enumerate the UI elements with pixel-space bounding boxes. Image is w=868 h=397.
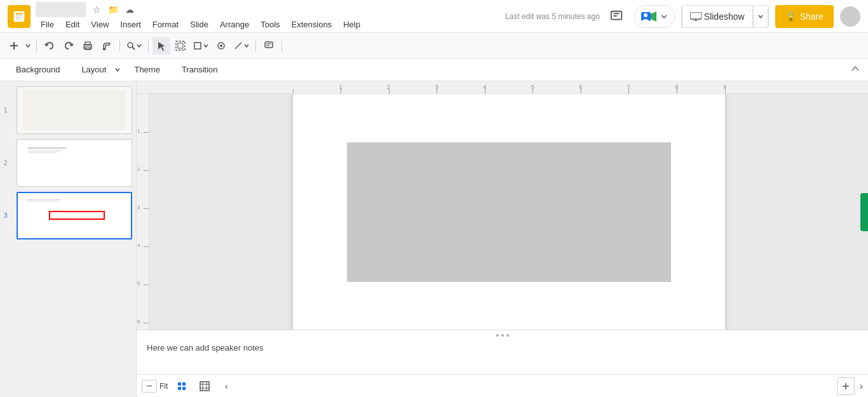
svg-rect-33 (178, 387, 181, 390)
notes-content[interactable]: Here we can add speaker notes (137, 340, 868, 355)
ruler-label: 4 (483, 84, 486, 90)
slide-thumb-1[interactable] (17, 86, 132, 134)
doc-title[interactable] (36, 2, 86, 17)
user-avatar[interactable] (840, 6, 860, 27)
folder-icon[interactable]: 📁 (107, 3, 119, 16)
svg-point-26 (220, 44, 222, 47)
slideshow-dropdown[interactable] (753, 5, 768, 28)
comments-button[interactable] (605, 5, 628, 28)
bottom-right: › (837, 377, 863, 395)
ruler-left-tick (144, 170, 149, 171)
svg-rect-24 (194, 43, 201, 49)
slide-panel: 1 2 3 (0, 81, 137, 397)
redo-button[interactable] (60, 37, 78, 55)
zoom-minus-button[interactable]: − (142, 380, 157, 393)
star-icon[interactable]: ☆ (90, 3, 103, 16)
collapse-icon[interactable] (850, 64, 860, 74)
background-button[interactable]: Background (8, 62, 68, 77)
canvas-area: 123456 (137, 94, 868, 330)
frame-tool[interactable] (172, 37, 189, 55)
svg-marker-9 (651, 11, 656, 22)
secondary-toolbar: Background Layout Theme Transition (0, 58, 868, 81)
menu-format[interactable]: Format (147, 18, 184, 30)
separator-2 (119, 39, 120, 52)
print-button[interactable] (79, 37, 97, 55)
laser-tool[interactable] (212, 37, 230, 55)
slideshow-label: Slideshow (704, 11, 745, 22)
grid-view-button-2[interactable] (196, 377, 214, 395)
menu-extensions[interactable]: Extensions (287, 18, 337, 30)
slide-thumb-3[interactable] (17, 192, 132, 239)
meet-button[interactable] (634, 5, 675, 28)
svg-rect-3 (16, 17, 21, 17)
separator-3 (148, 39, 149, 52)
lock-icon: 🔒 (785, 11, 796, 22)
add-dropdown[interactable] (24, 37, 32, 55)
doc-title-row: ☆ 📁 ☁ (36, 2, 500, 17)
separator-5 (281, 39, 282, 52)
slide-thumb-2[interactable] (17, 139, 132, 187)
svg-rect-23 (178, 43, 183, 48)
grid-view-button-1[interactable] (173, 377, 191, 395)
last-edit-label: Last edit was 5 minutes ago (505, 12, 600, 21)
transition-button[interactable]: Transition (173, 62, 226, 77)
add-button[interactable] (5, 37, 23, 55)
notes-handle-dots (496, 334, 509, 337)
ruler-left-label: 2 (137, 166, 140, 172)
menu-arrange[interactable]: Arrange (215, 18, 254, 30)
svg-rect-0 (14, 11, 25, 22)
main-area: 1 2 3 (0, 81, 868, 397)
line-dropdown[interactable] (231, 39, 252, 52)
fit-button[interactable] (837, 377, 855, 395)
slide-canvas[interactable] (293, 94, 725, 330)
share-button[interactable]: 🔒 Share (775, 5, 834, 28)
comment-tool[interactable] (260, 37, 278, 55)
svg-line-27 (235, 43, 241, 49)
speaker-notes: Here we can add speaker notes (137, 330, 868, 374)
slide-2-row: 2 (4, 139, 132, 187)
select-tool[interactable] (153, 37, 170, 55)
slideshow-button[interactable]: Slideshow (682, 5, 753, 28)
notes-handle[interactable] (137, 330, 868, 340)
ruler-label: 9 (723, 84, 726, 90)
menu-insert[interactable]: Insert (115, 18, 146, 30)
zoom-dropdown[interactable] (124, 39, 144, 52)
cloud-icon[interactable]: ☁ (123, 3, 136, 16)
header-right: Slideshow 🔒 Share (605, 5, 860, 28)
layout-button[interactable]: Layout (73, 62, 114, 77)
svg-rect-5 (611, 11, 622, 19)
collapse-area (850, 64, 860, 76)
menu-slide[interactable]: Slide (185, 18, 214, 30)
theme-button[interactable]: Theme (126, 62, 168, 77)
comments-sidebar-tab[interactable] (860, 193, 868, 231)
svg-rect-28 (265, 42, 273, 48)
svg-rect-11 (690, 12, 702, 19)
slide-num-3: 3 (4, 212, 8, 219)
collapse-right-button[interactable]: › (860, 380, 863, 392)
toolbar-add-group (5, 37, 32, 55)
svg-rect-35 (200, 382, 209, 391)
menu-file[interactable]: File (36, 18, 59, 30)
menu-edit[interactable]: Edit (60, 18, 85, 30)
paint-format-button[interactable] (98, 37, 116, 55)
handle-dot-1 (496, 334, 499, 337)
share-label: Share (800, 11, 824, 22)
shape-dropdown[interactable] (191, 39, 211, 52)
svg-line-21 (132, 47, 135, 50)
app-logo[interactable] (8, 5, 31, 28)
menu-tools[interactable]: Tools (255, 18, 285, 30)
svg-rect-31 (178, 382, 181, 386)
menu-view[interactable]: View (86, 18, 114, 30)
handle-dot-2 (501, 334, 504, 337)
menu-bar: File Edit View Insert Format Slide Arran… (36, 18, 500, 30)
zoom-control: − Fit (142, 380, 168, 393)
toolbar (0, 33, 868, 58)
ruler-label: 1 (339, 84, 342, 90)
slide-num-1: 1 (4, 107, 8, 114)
menu-help[interactable]: Help (338, 18, 365, 30)
panel-toggle-button[interactable]: ‹ (219, 377, 234, 395)
ruler-left-label: 3 (137, 205, 140, 210)
undo-button[interactable] (41, 37, 58, 55)
svg-point-20 (128, 43, 133, 48)
ruler-tick (293, 89, 294, 94)
